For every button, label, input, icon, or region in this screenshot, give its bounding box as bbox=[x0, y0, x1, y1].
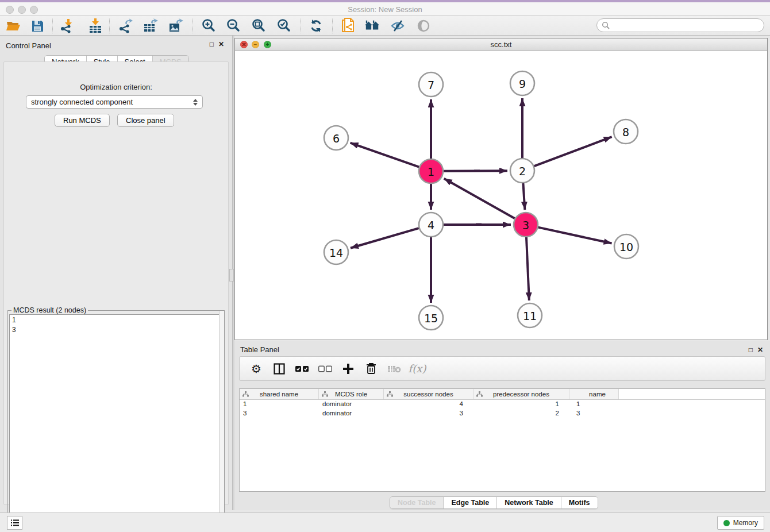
edge-3-1[interactable] bbox=[444, 179, 515, 218]
table-cell[interactable]: dominator bbox=[319, 400, 384, 409]
edge-4-14[interactable] bbox=[351, 228, 419, 248]
edge-label-mark bbox=[476, 223, 482, 225]
table-cell[interactable]: 3 bbox=[240, 409, 319, 418]
result-scrollbar[interactable] bbox=[219, 311, 224, 527]
task-list-icon bbox=[10, 519, 20, 527]
zoom-selected-icon[interactable] bbox=[276, 18, 292, 34]
graph-node-label-2: 2 bbox=[519, 165, 526, 178]
table-panel-title: Table Panel bbox=[240, 345, 279, 354]
select-value: strongly connected component bbox=[31, 98, 133, 106]
edge-3-11[interactable] bbox=[526, 237, 529, 300]
table-cell[interactable]: dominator bbox=[319, 409, 384, 418]
mcds-result-group: MCDS result (2 nodes) 1 3 bbox=[7, 310, 225, 527]
delete-column-icon[interactable] bbox=[364, 361, 379, 376]
edge-2-8[interactable] bbox=[534, 137, 612, 166]
mcds-result-title: MCDS result (2 nodes) bbox=[11, 306, 88, 314]
float-panel-icon[interactable]: □ bbox=[210, 40, 214, 48]
graph-node-label-9: 9 bbox=[519, 78, 526, 90]
graph-node-label-6: 6 bbox=[333, 132, 340, 145]
edge-3-10[interactable] bbox=[538, 228, 611, 244]
task-manager-button[interactable] bbox=[7, 516, 22, 530]
table-options-icon[interactable]: ⚙ bbox=[249, 361, 264, 376]
table-cell[interactable]: 1 bbox=[473, 400, 569, 409]
reset-view-icon[interactable] bbox=[364, 18, 380, 34]
delete-table-icon bbox=[387, 361, 402, 376]
import-network-icon[interactable] bbox=[59, 18, 75, 34]
graph-node-label-3: 3 bbox=[522, 219, 529, 232]
search-icon bbox=[602, 21, 610, 29]
zoom-fit-icon[interactable] bbox=[251, 18, 267, 34]
edge-label-mark bbox=[474, 170, 480, 172]
table-cell[interactable]: 1 bbox=[240, 400, 319, 409]
tab-node-table[interactable]: Node Table bbox=[390, 497, 444, 508]
export-network-icon[interactable] bbox=[118, 18, 134, 34]
float-table-panel-icon[interactable]: □ bbox=[749, 346, 753, 354]
column-layout-icon[interactable] bbox=[272, 361, 287, 376]
mcds-result-textarea[interactable]: 1 3 bbox=[9, 314, 224, 526]
save-session-icon[interactable] bbox=[29, 18, 45, 34]
export-image-icon[interactable] bbox=[168, 18, 184, 34]
control-panel: Control Panel □ ✕ Network Style Select M… bbox=[0, 36, 232, 510]
zoom-out-icon[interactable] bbox=[225, 18, 241, 34]
table-body: 1dominator4113dominator323 bbox=[240, 400, 765, 418]
select-all-columns-icon[interactable] bbox=[295, 361, 310, 376]
table-cell[interactable]: 3 bbox=[384, 409, 473, 418]
splitter-gripper[interactable] bbox=[229, 269, 234, 282]
toolbar-separator bbox=[109, 18, 110, 33]
close-panel-icon[interactable]: ✕ bbox=[218, 40, 224, 48]
edge-2-3[interactable] bbox=[523, 183, 525, 210]
hierarchy-icon bbox=[387, 391, 393, 398]
edge-1-6[interactable] bbox=[351, 143, 419, 167]
column-header-name[interactable]: name bbox=[569, 389, 619, 399]
tab-edge-table[interactable]: Edge Table bbox=[444, 497, 497, 508]
close-panel-button[interactable]: Close panel bbox=[117, 114, 174, 127]
zoom-in-icon[interactable] bbox=[201, 18, 217, 34]
tab-network-table[interactable]: Network Table bbox=[497, 497, 561, 508]
table-row[interactable]: 3dominator323 bbox=[240, 409, 765, 418]
add-column-icon[interactable] bbox=[341, 361, 356, 376]
memory-label: Memory bbox=[733, 519, 758, 527]
network-graph-canvas[interactable]: 7968124314101511 bbox=[235, 51, 767, 340]
search-box[interactable] bbox=[596, 18, 764, 32]
hierarchy-icon bbox=[476, 391, 483, 398]
node-table[interactable]: shared nameMCDS rolesuccessor nodesprede… bbox=[239, 388, 765, 492]
network-window-titlebar[interactable]: ✕ − + scc.txt bbox=[235, 38, 767, 51]
new-network-from-selection-icon[interactable] bbox=[340, 18, 356, 34]
open-session-icon[interactable] bbox=[5, 18, 21, 34]
table-cell[interactable]: 1 bbox=[569, 400, 619, 409]
column-header-predecessor-nodes[interactable]: predecessor nodes bbox=[473, 389, 569, 399]
tab-motifs[interactable]: Motifs bbox=[561, 497, 598, 508]
network-view-window: ✕ − + scc.txt 7968124314101511 bbox=[234, 38, 768, 340]
graph-node-label-4: 4 bbox=[428, 219, 434, 232]
column-header-successor-nodes[interactable]: successor nodes bbox=[384, 389, 473, 399]
table-row[interactable]: 1dominator411 bbox=[240, 400, 765, 409]
column-header-label: successor nodes bbox=[403, 391, 453, 398]
close-table-panel-icon[interactable]: ✕ bbox=[757, 346, 763, 354]
show-hide-icon[interactable] bbox=[390, 18, 406, 34]
memory-button[interactable]: Memory bbox=[717, 516, 764, 530]
graph-node-label-15: 15 bbox=[424, 312, 438, 325]
graph-node-label-10: 10 bbox=[619, 241, 633, 253]
table-cell[interactable]: 2 bbox=[473, 409, 569, 418]
control-panel-title: Control Panel bbox=[6, 41, 51, 50]
deselect-all-columns-icon[interactable] bbox=[318, 361, 333, 376]
optimization-criterion-select[interactable]: strongly connected component bbox=[26, 95, 203, 109]
import-table-icon[interactable] bbox=[87, 18, 103, 34]
graph-node-label-11: 11 bbox=[523, 310, 537, 322]
hierarchy-icon bbox=[322, 391, 328, 398]
table-cell[interactable]: 4 bbox=[384, 400, 473, 409]
hierarchy-icon bbox=[242, 391, 249, 398]
status-bar: Memory bbox=[0, 512, 770, 532]
main-toolbar bbox=[0, 16, 770, 36]
table-tabs: Node Table Edge Table Network Table Moti… bbox=[390, 496, 598, 509]
export-table-icon[interactable] bbox=[143, 18, 159, 34]
column-header-MCDS-role[interactable]: MCDS role bbox=[319, 389, 384, 399]
table-toolbar: ⚙ f(x) bbox=[239, 356, 765, 381]
memory-status-icon bbox=[723, 520, 730, 526]
search-input[interactable] bbox=[610, 20, 764, 30]
network-window-title: scc.txt bbox=[235, 40, 767, 49]
run-mcds-button[interactable]: Run MCDS bbox=[55, 114, 110, 127]
table-cell[interactable]: 3 bbox=[569, 409, 619, 418]
column-header-shared-name[interactable]: shared name bbox=[240, 389, 319, 399]
refresh-layout-icon[interactable] bbox=[308, 18, 324, 34]
